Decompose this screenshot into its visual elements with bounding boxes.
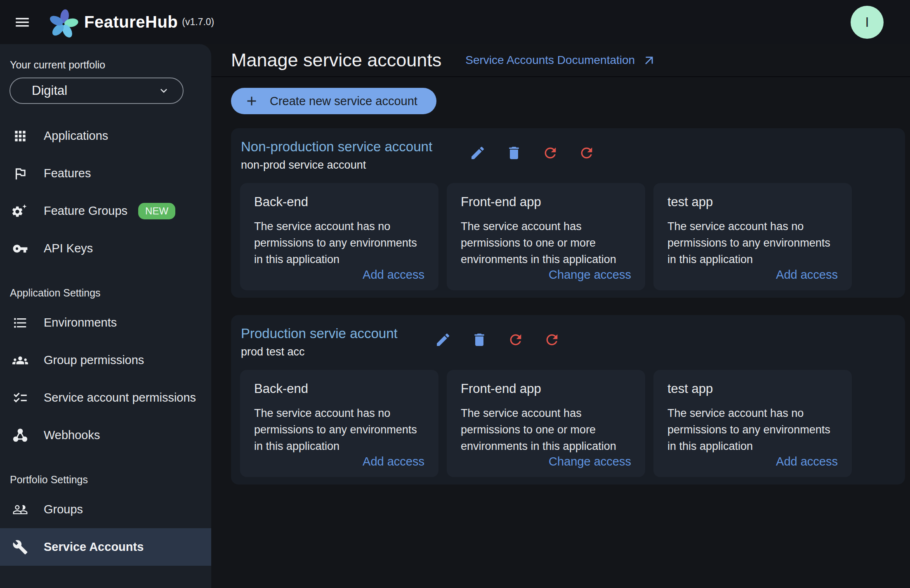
sidebar-item-service-accounts[interactable]: Service Accounts [0,528,211,566]
page-title: Manage service accounts [231,49,441,71]
reset-key-button-2[interactable] [543,331,561,349]
app-permission-cards: Back-end The service account has no perm… [240,183,896,290]
sidebar-item-service-account-permissions[interactable]: Service account permissions [0,379,211,416]
refresh-icon [544,332,560,348]
change-access-link[interactable]: Change access [549,268,631,282]
apps-grid-icon [12,127,29,145]
app-permission-text: The service account has no permissions t… [254,405,424,455]
flag-icon [12,165,29,182]
doc-link-label: Service Accounts Documentation [465,54,635,67]
sidebar-item-environments[interactable]: Environments [0,304,211,341]
delete-account-button[interactable] [505,144,523,162]
wrench-icon [12,539,29,556]
reset-key-button-1[interactable] [507,331,525,349]
create-service-account-button[interactable]: Create new service account [231,88,436,114]
pencil-icon [435,332,451,348]
sidebar-item-label: Webhooks [44,428,100,442]
reset-key-button-2[interactable] [578,144,596,162]
sidebar-item-label: Features [44,167,91,180]
app-card-test-app: test app The service account has no perm… [653,183,852,290]
reset-key-button-1[interactable] [541,144,559,162]
section-header-application-settings: Application Settings [10,287,211,299]
refresh-icon [578,145,595,161]
account-header: Non-production service account non-prod … [240,139,896,172]
sidebar: Your current portfolio Digital Applicati… [0,44,211,588]
sidebar-item-applications[interactable]: Applications [0,117,211,155]
app-version: (v1.7.0) [182,16,214,28]
featurehub-flower-icon [49,6,78,38]
refresh-icon [507,332,524,348]
sidebar-item-label: Feature Groups [44,204,127,218]
trash-icon [506,145,522,161]
sidebar-item-label: Service account permissions [44,391,196,405]
app-name: test app [667,381,838,396]
account-title: Production servie account [241,326,398,341]
app-name: Back-end [254,381,424,396]
add-access-link[interactable]: Add access [776,455,838,468]
portfolio-value: Digital [32,83,67,98]
sidebar-item-label: Service Accounts [44,540,144,554]
account-heading: Production servie account prod test acc [241,326,398,358]
sidebar-item-features[interactable]: Features [0,155,211,192]
add-access-link[interactable]: Add access [363,268,424,282]
key-icon [12,240,29,257]
featurehub-logo: FeatureHub (v1.7.0) [49,6,214,38]
edit-account-button[interactable] [434,331,452,349]
gear-sparkle-icon [12,202,29,220]
edit-account-button[interactable] [469,144,487,162]
chevron-down-icon [157,84,170,97]
topbar: FeatureHub (v1.7.0) I [0,0,910,44]
portfolio-select[interactable]: Digital [9,78,184,104]
app-name: Back-end [254,195,424,209]
hamburger-menu-icon [14,14,31,31]
webhook-icon [12,427,29,444]
app-card-front-end: Front-end app The service account has pe… [447,183,645,290]
app-permission-text: The service account has no permissions t… [667,405,837,455]
sidebar-item-feature-groups[interactable]: Feature Groups NEW [0,192,211,230]
add-access-link[interactable]: Add access [776,268,838,282]
list-icon [12,314,29,332]
service-accounts-documentation-link[interactable]: Service Accounts Documentation [465,53,656,67]
people-group-icon [12,352,29,369]
app-permission-text: The service account has no permissions t… [667,219,837,268]
featurehub-app: FeatureHub (v1.7.0) I Your current portf… [0,0,910,588]
change-access-link[interactable]: Change access [549,455,631,468]
app-name: Front-end app [461,381,631,396]
add-access-link[interactable]: Add access [363,455,424,468]
app-title: FeatureHub [84,13,178,31]
sidebar-item-group-permissions[interactable]: Group permissions [0,341,211,379]
sidebar-item-label: Group permissions [44,353,144,367]
app-card-back-end: Back-end The service account has no perm… [240,183,438,290]
hamburger-menu-button[interactable] [11,11,34,34]
sidebar-item-label: API Keys [44,242,93,255]
sidebar-item-webhooks[interactable]: Webhooks [0,416,211,454]
app-card-test-app: test app The service account has no perm… [653,370,852,477]
refresh-icon [542,145,559,161]
main-content: Manage service accounts Service Accounts… [211,44,910,588]
app-permission-text: The service account has permissions to o… [461,405,631,455]
account-actions [434,331,561,349]
delete-account-button[interactable] [470,331,488,349]
create-button-label: Create new service account [270,94,417,108]
sidebar-item-api-keys[interactable]: API Keys [0,230,211,267]
app-permission-cards: Back-end The service account has no perm… [240,370,896,477]
account-header: Production servie account prod test acc [240,326,896,358]
app-card-back-end: Back-end The service account has no perm… [240,370,438,477]
app-card-front-end: Front-end app The service account has pe… [447,370,645,477]
section-header-portfolio-settings: Portfolio Settings [10,474,211,486]
account-actions [469,144,596,162]
avatar[interactable]: I [851,6,884,39]
external-link-icon [642,53,656,67]
app-name: test app [667,195,838,209]
checklist-icon [12,389,29,407]
app-permission-text: The service account has no permissions t… [254,219,424,268]
pencil-icon [469,145,486,161]
sidebar-item-groups[interactable]: Groups [0,491,211,528]
portfolio-label: Your current portfolio [10,59,211,71]
service-account-card: Production servie account prod test acc [231,315,905,485]
new-badge: NEW [138,203,175,219]
account-description: non-prod service account [241,159,432,172]
people-outline-icon [12,501,29,518]
service-account-card: Non-production service account non-prod … [231,128,905,298]
account-title: Non-production service account [241,139,432,155]
